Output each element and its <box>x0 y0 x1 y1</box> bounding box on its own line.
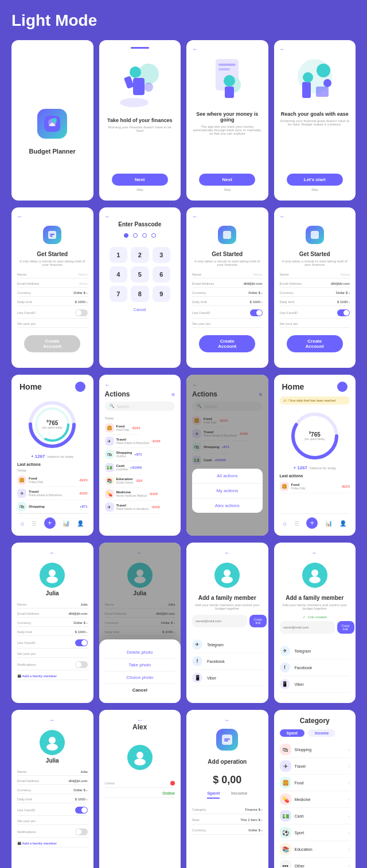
sheet-cancel-button[interactable]: Cancel <box>105 684 175 696</box>
nav-profile-icon[interactable]: 👤 <box>339 520 346 527</box>
num-3[interactable]: 3 <box>153 247 171 263</box>
telegram-share[interactable]: ✈ Telegram <box>192 637 263 653</box>
back-arrow-icon[interactable]: ← <box>192 46 198 52</box>
num-8[interactable]: 8 <box>131 286 149 302</box>
onboard3-start-button[interactable]: Let's start <box>287 174 343 186</box>
form-title: Get Started <box>299 251 330 257</box>
back-arrow-icon[interactable]: ← <box>105 213 111 219</box>
invite-input[interactable] <box>192 615 247 627</box>
cat-travel[interactable]: ✈ Travel › <box>280 758 350 775</box>
onboard2-next-button[interactable]: Next <box>199 174 255 186</box>
onboard2-skip-button[interactable]: Skip <box>224 188 231 191</box>
cat-sport[interactable]: ⚽ Sport › <box>280 824 350 841</box>
back-arrow-icon[interactable]: ← <box>224 717 230 723</box>
back-arrow-icon[interactable]: ← <box>312 549 318 556</box>
create-account-button[interactable]: Create Account <box>24 335 80 352</box>
num-2[interactable]: 2 <box>131 247 149 263</box>
telegram-share[interactable]: ✈ Telegram <box>280 643 350 659</box>
faceid-toggle[interactable] <box>75 309 88 316</box>
svg-point-39 <box>309 576 321 583</box>
alex-actions-option[interactable]: Alex actions <box>192 498 263 513</box>
profile-avatar[interactable] <box>40 563 65 588</box>
num-9[interactable]: 9 <box>153 286 171 302</box>
illustration-2 <box>196 50 259 108</box>
action-shopping: 🛍 Shopping +$71 <box>17 500 88 513</box>
nav-list-icon[interactable]: ☰ <box>294 520 299 527</box>
num-4[interactable]: 4 <box>110 266 128 282</box>
create-account-button[interactable]: Create Account <box>287 335 343 352</box>
nav-stats-icon[interactable]: 📊 <box>325 520 332 527</box>
user-avatar[interactable] <box>337 382 348 392</box>
back-arrow-icon[interactable]: ← <box>224 549 230 556</box>
back-arrow-icon[interactable]: ← <box>280 213 286 219</box>
take-photo-option[interactable]: Take photo <box>105 659 175 671</box>
back-arrow-icon[interactable]: ← <box>192 213 198 219</box>
faceid-toggle[interactable] <box>75 807 88 814</box>
search-bar[interactable]: 🔍 Search <box>105 402 175 411</box>
status-row: Online <box>105 790 175 798</box>
facebook-share[interactable]: f Facebook <box>280 659 350 676</box>
nav-home-icon[interactable]: ⌂ <box>21 520 24 527</box>
num-7[interactable]: 7 <box>110 286 128 302</box>
back-arrow-icon[interactable]: ← <box>17 213 23 219</box>
colour-row: Colour <box>105 779 175 788</box>
num-5[interactable]: 5 <box>131 266 149 282</box>
nav-profile-icon[interactable]: 👤 <box>77 520 84 527</box>
field-add-family[interactable]: 👨‍👩‍👧 Add a family member <box>17 672 88 680</box>
viber-share[interactable]: 📱 Viber <box>192 670 263 686</box>
back-arrow-icon[interactable]: ← <box>49 717 55 723</box>
all-actions-option[interactable]: All actions <box>192 469 263 484</box>
spent-tab[interactable]: Spent <box>280 729 304 737</box>
cat-education[interactable]: 📚 Education › <box>280 841 350 858</box>
cat-medicine[interactable]: 💊 Medicine › <box>280 791 350 808</box>
cat-cash[interactable]: 💵 Cash › <box>280 808 350 824</box>
create-account-button[interactable]: Create Account <box>199 335 255 352</box>
nav-stats-icon[interactable]: 📊 <box>63 520 69 527</box>
num-1[interactable]: 1 <box>110 247 128 263</box>
num-6[interactable]: 6 <box>153 266 171 282</box>
svg-rect-23 <box>50 235 53 237</box>
field-email: Email Address None <box>17 280 88 288</box>
onboard1-next-button[interactable]: Next <box>112 174 168 186</box>
dot-3 <box>142 233 147 238</box>
user-avatar[interactable] <box>75 382 85 392</box>
profile-avatar[interactable] <box>40 730 65 755</box>
cat-shopping[interactable]: 🛍 Shopping › <box>280 741 350 758</box>
food-amount: -$223 <box>79 478 87 482</box>
amount: +$71 <box>134 453 142 456</box>
notifications-toggle[interactable] <box>75 828 88 835</box>
cancel-button[interactable]: Cancel <box>134 308 146 312</box>
back-arrow-icon[interactable]: ← <box>137 717 143 723</box>
faceid-toggle[interactable] <box>250 309 263 316</box>
spent-tab[interactable]: Spent <box>207 791 220 799</box>
onboard3-skip-button[interactable]: Skip <box>311 188 318 191</box>
back-arrow-icon[interactable]: ← <box>105 382 111 388</box>
add-family-sub: Add your family members and control your… <box>192 603 263 610</box>
nav-list-icon[interactable]: ☰ <box>32 520 37 527</box>
faceid-toggle[interactable] <box>337 309 350 316</box>
invite-input[interactable] <box>280 621 335 634</box>
income-tab[interactable]: Income <box>231 791 247 799</box>
chevron-icon: › <box>348 764 350 769</box>
faceid-toggle[interactable] <box>75 639 88 646</box>
delete-photo-option[interactable]: Delete photo <box>105 646 175 659</box>
filter-icon[interactable]: ≡ <box>171 391 175 398</box>
copy-link-button[interactable]: Copy link <box>337 621 354 634</box>
notifications-toggle[interactable] <box>75 661 88 668</box>
onboard1-skip-button[interactable]: Skip <box>136 188 143 191</box>
nav-add-button[interactable]: + <box>306 517 318 529</box>
facebook-share[interactable]: f Facebook <box>192 653 263 670</box>
cat-food[interactable]: 🍔 Food › <box>280 775 350 791</box>
field-add-family[interactable]: 👨‍👩‍👧 Add a family member <box>17 839 88 847</box>
income-tab[interactable]: Income <box>308 729 336 737</box>
today-section: Today <box>105 417 114 420</box>
cat-other[interactable]: ••• Other › <box>280 858 350 868</box>
back-arrow-icon[interactable]: ← <box>49 549 55 556</box>
copy-link-button[interactable]: Copy link <box>249 615 267 627</box>
nav-home-icon[interactable]: ⌂ <box>283 520 287 527</box>
nav-add-button[interactable]: + <box>44 517 56 529</box>
choose-photo-option[interactable]: Choice photo <box>105 671 175 684</box>
my-actions-option[interactable]: My actions <box>192 484 263 498</box>
back-arrow-icon[interactable]: ← <box>280 46 286 52</box>
viber-share[interactable]: 📱 Viber <box>280 676 350 693</box>
